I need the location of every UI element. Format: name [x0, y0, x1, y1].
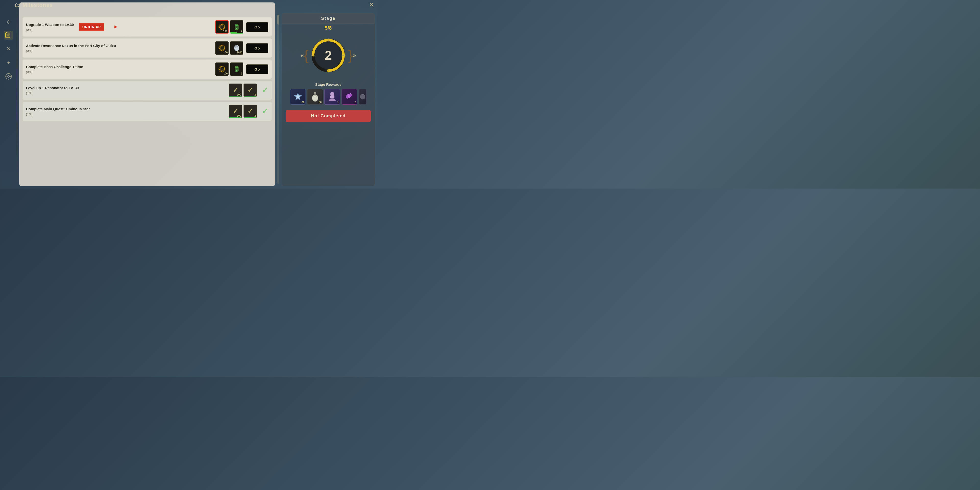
- stage-header: Stage: [282, 13, 375, 24]
- circle-container: { }: [309, 36, 348, 75]
- scrollbar-track[interactable]: [277, 15, 279, 184]
- stage-rewards-title: Stage Rewards: [286, 82, 371, 86]
- svg-point-8: [221, 46, 223, 49]
- completed-check-4: ✓: [262, 86, 268, 95]
- nav-prev-button[interactable]: «: [301, 52, 304, 59]
- svg-point-32: [313, 95, 317, 97]
- reward-item-gear-2: 100: [215, 41, 229, 55]
- stage-reward-star: 60: [290, 89, 306, 105]
- stage-reward-count-star: 60: [302, 101, 304, 103]
- page-title: Milestones: [22, 2, 53, 8]
- sidebar: ◇ ✕ ✦: [2, 2, 15, 186]
- milestone-row-2: Activate Resonance Nexus in the Port Cit…: [22, 38, 272, 58]
- svg-point-2: [221, 25, 223, 29]
- milestone-row-4: Level up 1 Resonator to Lv. 30 (1/1) ✓ 1…: [22, 80, 272, 100]
- sidebar-item-2[interactable]: ✕: [4, 45, 13, 53]
- milestone-progress-5: (1/1): [26, 112, 226, 116]
- reward-item-check-4b: ✓ 2: [243, 84, 257, 97]
- reward-item-gear-3: 100: [215, 62, 229, 76]
- milestone-info-5: Complete Main Quest: Ominous Star (1/1): [26, 107, 226, 116]
- stage-rewards-section: Stage Rewards 60: [282, 80, 375, 107]
- left-panel: ◇ ✕ ✦: [2, 2, 275, 186]
- milestones-panel: Upgrade 1 Weapon to Lv.30 (0/1) UNION XP…: [19, 2, 275, 186]
- reward-items-1: 100 2: [215, 20, 243, 33]
- stage-number: 2: [309, 36, 348, 75]
- stage-reward-item4: 2: [342, 89, 357, 105]
- sidebar-item-1[interactable]: [4, 31, 13, 40]
- milestone-title-2: Activate Resonance Nexus in the Port Cit…: [26, 43, 212, 48]
- svg-point-37: [360, 94, 365, 99]
- stage-reward-item5: [359, 89, 366, 105]
- main-container: ◇ ✕ ✦: [0, 0, 377, 189]
- stage-title: Stage: [287, 16, 370, 21]
- milestone-list: Upgrade 1 Weapon to Lv.30 (0/1) UNION XP…: [19, 15, 275, 186]
- reward-item-tube-3: 1: [230, 62, 243, 76]
- milestone-info-3: Complete Boss Challenge 1 time (0/1): [26, 64, 212, 74]
- sidebar-item-0[interactable]: ◇: [4, 17, 13, 26]
- milestone-title-4: Level up 1 Resonator to Lv. 30: [26, 86, 226, 91]
- reward-item-shell-2: 2000: [230, 41, 243, 55]
- milestone-info-4: Level up 1 Resonator to Lv. 30 (1/1): [26, 86, 226, 95]
- milestone-info-2: Activate Resonance Nexus in the Port Cit…: [26, 43, 212, 53]
- stage-reward-count-char: 1: [337, 101, 339, 103]
- stage-circle-area: « { }: [282, 31, 375, 80]
- union-xp-badge: UNION XP: [79, 23, 104, 31]
- arrow-indicator: ➤: [113, 24, 118, 30]
- milestone-title-5: Complete Main Quest: Ominous Star: [26, 107, 226, 111]
- svg-rect-15: [235, 67, 238, 68]
- stage-reward-potion: 30: [307, 89, 323, 105]
- stage-reward-count-item4: 2: [355, 101, 356, 103]
- vertical-divider: [17, 5, 18, 184]
- svg-rect-0: [6, 33, 10, 38]
- bracket-right: }: [348, 48, 353, 63]
- bracket-left: {: [304, 48, 309, 63]
- svg-rect-30: [314, 92, 316, 94]
- svg-rect-34: [330, 95, 334, 99]
- reward-item-check-5b: ✓ 2: [243, 105, 257, 118]
- reward-items-3: 100 1: [215, 62, 243, 76]
- stage-reward-char: 1: [325, 89, 340, 105]
- svg-point-16: [236, 70, 237, 72]
- stage-reward-count-potion: 30: [319, 101, 322, 103]
- reward-item-check-5a: ✓ 100: [229, 105, 242, 118]
- milestone-progress-4: (1/1): [26, 91, 226, 95]
- svg-point-7: [236, 28, 237, 29]
- milestone-row-3: Complete Boss Challenge 1 time (0/1) 100: [22, 59, 272, 79]
- reward-item-check-4a: ✓ 100: [229, 84, 242, 97]
- reward-item-tube-1: 2: [230, 20, 243, 33]
- stage-progress: 5/8: [282, 25, 375, 31]
- go-button-2[interactable]: Go: [246, 43, 268, 53]
- sidebar-item-4[interactable]: [4, 72, 13, 81]
- milestone-row: Upgrade 1 Weapon to Lv.30 (0/1) UNION XP…: [22, 17, 272, 37]
- milestone-progress-3: (0/1): [26, 70, 212, 74]
- scrollbar-thumb[interactable]: [277, 15, 279, 24]
- milestone-info-1: Upgrade 1 Weapon to Lv.30 (0/1): [26, 22, 212, 32]
- milestone-title-1: Upgrade 1 Weapon to Lv.30: [26, 22, 212, 27]
- stage-rewards-grid: 60 30: [286, 89, 371, 105]
- milestone-progress-1: (0/1): [26, 28, 212, 32]
- milestone-progress-2: (0/1): [26, 49, 212, 52]
- svg-point-11: [221, 68, 223, 70]
- completed-check-5: ✓: [262, 107, 268, 116]
- close-button[interactable]: ✕: [369, 2, 374, 8]
- svg-point-1: [8, 75, 10, 78]
- go-button-3[interactable]: Go: [246, 64, 268, 74]
- go-button-1[interactable]: Go: [246, 22, 268, 32]
- title-area: 🗂 Milestones: [15, 2, 53, 8]
- reward-items-2: 100 2000: [215, 41, 243, 55]
- reward-items-5: ✓ 100 ✓ 2: [229, 105, 257, 118]
- right-panel: Stage 5/8 « { }: [282, 13, 375, 186]
- svg-rect-6: [235, 25, 238, 26]
- not-completed-button[interactable]: Not Completed: [286, 110, 371, 122]
- sidebar-item-3[interactable]: ✦: [4, 58, 13, 67]
- nav-next-button[interactable]: »: [353, 52, 356, 59]
- milestone-row-5: Complete Main Quest: Ominous Star (1/1) …: [22, 102, 272, 121]
- milestones-icon: 🗂: [15, 2, 20, 8]
- reward-item-gear-1: 100: [215, 20, 229, 33]
- milestone-title-3: Complete Boss Challenge 1 time: [26, 64, 212, 69]
- reward-items-4: ✓ 100 ✓ 2: [229, 84, 257, 97]
